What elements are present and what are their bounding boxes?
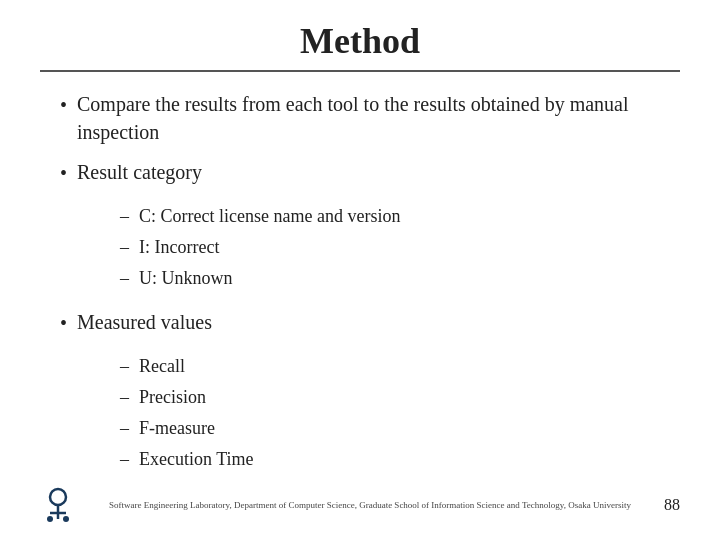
- bullet-result-category: • Result category: [60, 158, 680, 187]
- footer-text: Software Engineering Laboratory, Departm…: [86, 500, 654, 510]
- subitem-c-text: C: Correct license name and version: [139, 203, 400, 230]
- content-area: • Compare the results from each tool to …: [40, 90, 680, 481]
- subitem-i-text: I: Incorrect: [139, 234, 219, 261]
- page-number: 88: [664, 496, 680, 514]
- footer-logo: [40, 487, 76, 523]
- subitem-recall: – Recall: [120, 353, 680, 380]
- subitem-i: – I: Incorrect: [120, 234, 680, 261]
- bullet-dot-1: •: [60, 91, 67, 119]
- bullet-dot-3: •: [60, 309, 67, 337]
- subitem-precision-text: Precision: [139, 384, 206, 411]
- result-category-subitems: – C: Correct license name and version – …: [120, 203, 680, 292]
- bullet-text-measured: Measured values: [77, 308, 212, 336]
- footer: Software Engineering Laboratory, Departm…: [40, 481, 680, 523]
- bullet-compare: • Compare the results from each tool to …: [60, 90, 680, 146]
- dash-c: –: [120, 203, 129, 230]
- bullet-text-compare: Compare the results from each tool to th…: [77, 90, 680, 146]
- dash-fmeasure: –: [120, 415, 129, 442]
- subitem-c: – C: Correct license name and version: [120, 203, 680, 230]
- subitem-execution-text: Execution Time: [139, 446, 254, 473]
- logo-icon: [42, 487, 74, 523]
- bullet-text-result-category: Result category: [77, 158, 202, 186]
- subitem-recall-text: Recall: [139, 353, 185, 380]
- svg-point-4: [63, 516, 69, 522]
- subitem-u: – U: Unknown: [120, 265, 680, 292]
- dash-execution: –: [120, 446, 129, 473]
- dash-recall: –: [120, 353, 129, 380]
- subitem-fmeasure-text: F-measure: [139, 415, 215, 442]
- svg-point-0: [50, 489, 66, 505]
- svg-point-3: [47, 516, 53, 522]
- subitem-fmeasure: – F-measure: [120, 415, 680, 442]
- slide-title: Method: [40, 20, 680, 62]
- slide: Method • Compare the results from each t…: [0, 0, 720, 540]
- subitem-execution: – Execution Time: [120, 446, 680, 473]
- measured-subitems: – Recall – Precision – F-measure – Execu…: [120, 353, 680, 473]
- bullet-dot-2: •: [60, 159, 67, 187]
- dash-u: –: [120, 265, 129, 292]
- bullet-measured: • Measured values: [60, 308, 680, 337]
- dash-i: –: [120, 234, 129, 261]
- subitem-u-text: U: Unknown: [139, 265, 233, 292]
- dash-precision: –: [120, 384, 129, 411]
- title-area: Method: [40, 20, 680, 72]
- subitem-precision: – Precision: [120, 384, 680, 411]
